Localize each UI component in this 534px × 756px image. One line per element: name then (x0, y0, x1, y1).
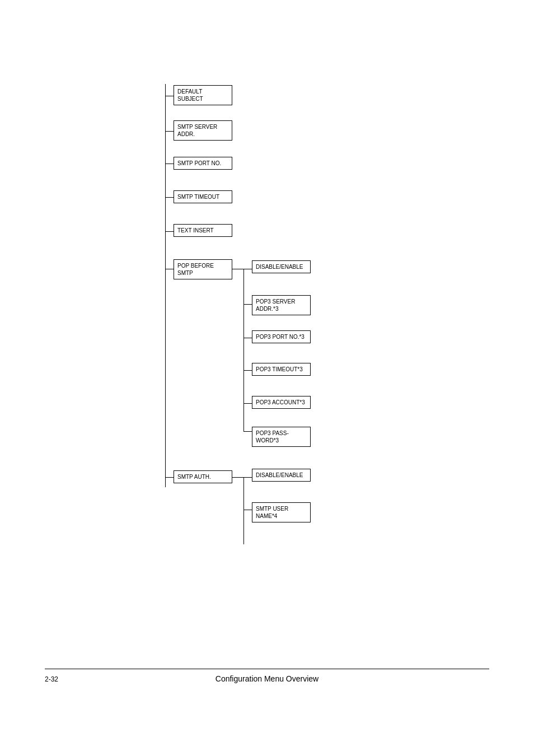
page-container: DEFAULT SUBJECT SMTP SERVER ADDR. SMTP P… (0, 0, 534, 756)
node-smtp-timeout: SMTP TIMEOUT (174, 190, 232, 203)
hline-pop3-server (243, 304, 252, 305)
main-vertical-line (165, 84, 166, 487)
node-disable-enable-1: DISABLE/ENABLE (252, 260, 311, 273)
node-pop3-server: POP3 SERVER ADDR.*3 (252, 295, 311, 315)
hline-smtp-timeout (165, 197, 174, 198)
node-smtp-port: SMTP PORT NO. (174, 157, 232, 170)
hline-pop3-password (243, 431, 252, 432)
vline-smtp-auth-branch (243, 477, 244, 544)
node-disable-enable-2: DISABLE/ENABLE (252, 469, 311, 482)
footer-title: Configuration Menu Overview (216, 674, 318, 683)
hline-disable-enable-1 (243, 269, 252, 269)
node-pop3-password: POP3 PASS- WORD*3 (252, 427, 311, 447)
footer-page-number: 2-32 (45, 675, 58, 683)
node-pop3-port: POP3 PORT NO.*3 (252, 330, 311, 343)
node-text-insert: TEXT INSERT (174, 224, 232, 237)
footer-line (45, 669, 489, 669)
hline-pop3-timeout (243, 370, 252, 371)
hline-pop3-account (243, 403, 252, 404)
hline-smtp-auth-to-branch (232, 477, 243, 478)
hline-pop-before-smtp (165, 269, 174, 269)
hline-smtp-server (165, 131, 174, 132)
hline-default-subject (165, 96, 174, 96)
hline-text-insert (165, 231, 174, 232)
hline-smtp-port (165, 164, 174, 164)
node-pop3-timeout: POP3 TIMEOUT*3 (252, 363, 311, 376)
node-smtp-server-addr: SMTP SERVER ADDR. (174, 120, 232, 141)
vline-pop-branch (243, 269, 244, 431)
hline-pop-to-branch (232, 269, 243, 269)
node-smtp-user-name: SMTP USER NAME*4 (252, 502, 311, 522)
hline-pop3-port (243, 338, 252, 338)
node-smtp-auth: SMTP AUTH. (174, 470, 232, 483)
node-pop-before-smtp: POP BEFORE SMTP (174, 259, 232, 279)
hline-smtp-user-name (243, 510, 252, 510)
hline-smtp-auth (165, 477, 174, 478)
node-default-subject: DEFAULT SUBJECT (174, 85, 232, 105)
node-pop3-account: POP3 ACCOUNT*3 (252, 396, 311, 409)
hline-disable-enable-2 (243, 477, 252, 478)
